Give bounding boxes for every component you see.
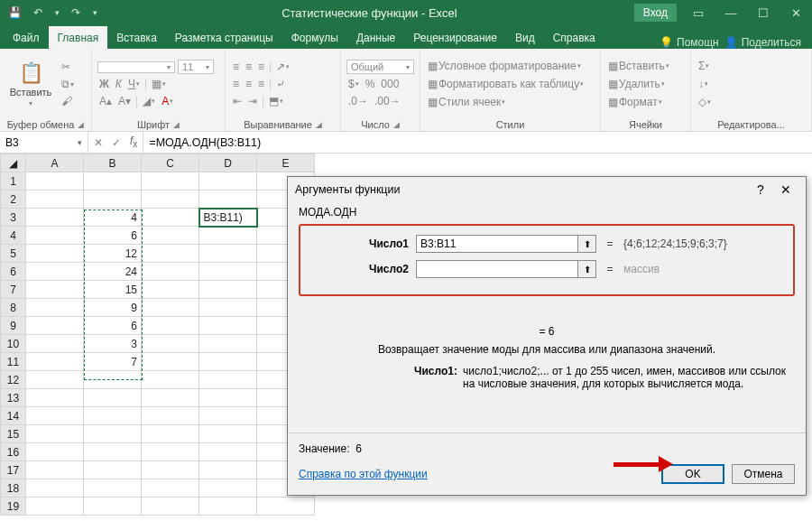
paste-button[interactable]: 📋 Вставить ▾ bbox=[5, 61, 56, 107]
tab-help[interactable]: Справка bbox=[544, 26, 604, 49]
increase-decimal-button[interactable]: .0→ bbox=[346, 94, 370, 108]
cell[interactable]: 24 bbox=[84, 263, 142, 281]
format-as-table-button[interactable]: ▦ Форматировать как таблицу▾ bbox=[426, 77, 595, 91]
number-launcher-icon[interactable]: ◢ bbox=[393, 120, 400, 129]
row-header[interactable]: 7 bbox=[1, 281, 26, 299]
arg2-input[interactable] bbox=[416, 260, 578, 278]
cell[interactable]: 4 bbox=[84, 209, 142, 227]
row-header[interactable]: 13 bbox=[1, 389, 26, 407]
cell[interactable]: 6 bbox=[84, 227, 142, 245]
align-middle-button[interactable]: ≡ bbox=[244, 60, 254, 74]
undo-icon[interactable]: ↶ bbox=[27, 2, 49, 23]
row-header[interactable]: 16 bbox=[1, 443, 26, 461]
tab-page-layout[interactable]: Разметка страницы bbox=[166, 26, 282, 49]
arg1-input[interactable] bbox=[416, 235, 578, 253]
maximize-button[interactable]: ☐ bbox=[747, 0, 780, 25]
row-header[interactable]: 18 bbox=[1, 479, 26, 498]
tab-home[interactable]: Главная bbox=[49, 26, 108, 49]
font-size-combo[interactable]: 11▾ bbox=[178, 60, 214, 74]
fill-color-button[interactable]: ◢▾ bbox=[141, 94, 157, 108]
dialog-help-button[interactable]: ? bbox=[748, 182, 773, 197]
row-header[interactable]: 9 bbox=[1, 317, 26, 335]
row-header[interactable]: 4 bbox=[1, 227, 26, 245]
ok-button[interactable]: OK bbox=[661, 464, 724, 484]
col-header[interactable]: D bbox=[199, 154, 257, 172]
align-top-button[interactable]: ≡ bbox=[231, 60, 241, 74]
arg1-range-picker-icon[interactable]: ⬆ bbox=[578, 235, 596, 253]
row-header[interactable]: 19 bbox=[1, 498, 26, 516]
col-header[interactable]: E bbox=[257, 154, 315, 172]
redo-icon[interactable]: ↷ bbox=[65, 2, 87, 23]
row-header[interactable]: 5 bbox=[1, 245, 26, 263]
cell[interactable]: 6 bbox=[84, 317, 142, 335]
col-header[interactable]: B bbox=[84, 154, 142, 172]
increase-indent-button[interactable]: ⇥ bbox=[246, 94, 259, 108]
borders-button[interactable]: ▦▾ bbox=[150, 77, 168, 91]
wrap-text-button[interactable]: ⤶ bbox=[274, 77, 287, 91]
share-button[interactable]: 👤Поделиться bbox=[724, 36, 801, 49]
copy-button[interactable]: ⧉▾ bbox=[60, 77, 76, 91]
tab-insert[interactable]: Вставка bbox=[107, 26, 166, 49]
chevron-down-icon[interactable]: ▾ bbox=[78, 138, 82, 147]
cancel-formula-icon[interactable]: ✕ bbox=[94, 136, 103, 149]
tab-view[interactable]: Вид bbox=[506, 26, 544, 49]
row-header[interactable]: 14 bbox=[1, 407, 26, 425]
arg2-range-picker-icon[interactable]: ⬆ bbox=[578, 260, 596, 278]
conditional-formatting-button[interactable]: ▦ Условное форматирование▾ bbox=[426, 59, 595, 73]
cell[interactable]: 7 bbox=[84, 353, 142, 371]
row-header[interactable]: 8 bbox=[1, 299, 26, 317]
align-bottom-button[interactable]: ≡ bbox=[256, 60, 266, 74]
accounting-format-button[interactable]: $▾ bbox=[346, 77, 361, 91]
orientation-button[interactable]: ↗▾ bbox=[274, 60, 291, 74]
enter-formula-icon[interactable]: ✓ bbox=[112, 136, 121, 149]
underline-button[interactable]: Ч▾ bbox=[126, 77, 142, 91]
tab-formulas[interactable]: Формулы bbox=[282, 26, 347, 49]
tab-review[interactable]: Рецензирование bbox=[404, 26, 506, 49]
clipboard-launcher-icon[interactable]: ◢ bbox=[78, 120, 84, 129]
insert-cells-button[interactable]: ▦ Вставить▾ bbox=[606, 59, 685, 73]
comma-style-button[interactable]: 000 bbox=[379, 77, 401, 91]
decrease-font-button[interactable]: A▾ bbox=[116, 94, 133, 108]
row-header[interactable]: 1 bbox=[1, 172, 26, 191]
row-header[interactable]: 6 bbox=[1, 263, 26, 281]
dialog-close-button[interactable]: ✕ bbox=[773, 182, 798, 197]
decrease-decimal-button[interactable]: .00→ bbox=[373, 94, 402, 108]
align-left-button[interactable]: ≡ bbox=[231, 77, 241, 91]
clear-button[interactable]: ◇▾ bbox=[697, 95, 713, 109]
bold-button[interactable]: Ж bbox=[97, 77, 111, 91]
tell-me-button[interactable]: 💡Помощн bbox=[660, 36, 719, 49]
cell[interactable]: 15 bbox=[84, 281, 142, 299]
active-cell[interactable]: B3:B11) bbox=[199, 209, 257, 227]
font-name-combo[interactable]: ▾ bbox=[97, 61, 175, 73]
cell[interactable]: 12 bbox=[84, 245, 142, 263]
undo-dropdown-icon[interactable]: ▾ bbox=[51, 2, 63, 23]
row-header[interactable]: 10 bbox=[1, 335, 26, 353]
row-header[interactable]: 3 bbox=[1, 209, 26, 227]
row-header[interactable]: 12 bbox=[1, 371, 26, 389]
fill-button[interactable]: ↓▾ bbox=[697, 77, 713, 91]
font-launcher-icon[interactable]: ◢ bbox=[173, 120, 180, 129]
minimize-button[interactable]: — bbox=[715, 0, 747, 25]
close-button[interactable]: ✕ bbox=[780, 0, 812, 25]
row-header[interactable]: 17 bbox=[1, 461, 26, 479]
cut-button[interactable]: ✂ bbox=[60, 60, 76, 74]
format-painter-button[interactable]: 🖌 bbox=[60, 94, 76, 108]
select-all-corner[interactable]: ◢ bbox=[1, 154, 26, 172]
qat-customize-icon[interactable]: ▾ bbox=[88, 2, 101, 23]
cell[interactable]: 9 bbox=[84, 299, 142, 317]
align-launcher-icon[interactable]: ◢ bbox=[316, 120, 322, 129]
cancel-button[interactable]: Отмена bbox=[732, 464, 795, 484]
align-right-button[interactable]: ≡ bbox=[256, 77, 266, 91]
tab-data[interactable]: Данные bbox=[347, 26, 404, 49]
format-cells-button[interactable]: ▦ Формат▾ bbox=[606, 95, 685, 109]
ribbon-options-icon[interactable]: ▭ bbox=[682, 0, 715, 25]
formula-input[interactable]: =МОДА.ОДН(B3:B11) bbox=[143, 132, 812, 153]
align-center-button[interactable]: ≡ bbox=[244, 77, 254, 91]
percent-button[interactable]: % bbox=[364, 77, 377, 91]
col-header[interactable]: A bbox=[26, 154, 84, 172]
autosum-button[interactable]: Σ▾ bbox=[697, 59, 713, 73]
row-header[interactable]: 11 bbox=[1, 353, 26, 371]
cell-styles-button[interactable]: ▦ Стили ячеек▾ bbox=[426, 95, 595, 109]
fx-icon[interactable]: fx bbox=[130, 135, 137, 149]
login-button[interactable]: Вход bbox=[634, 4, 677, 22]
